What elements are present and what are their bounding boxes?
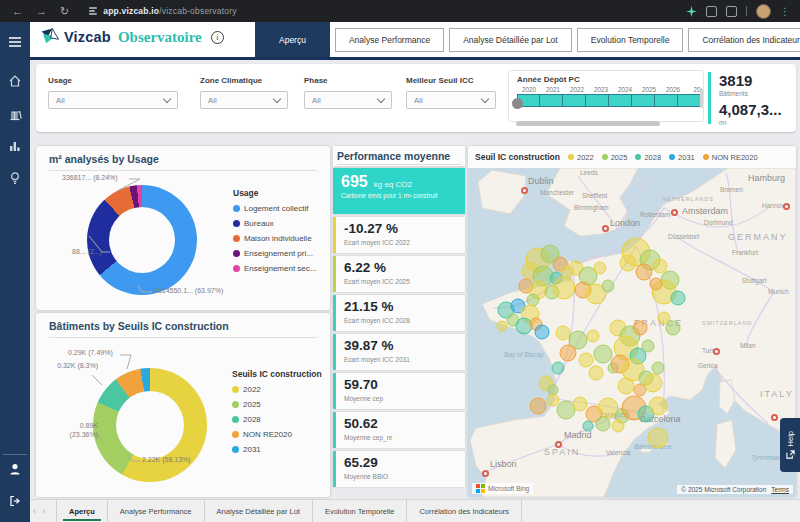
microsoft-logo-icon: [476, 484, 485, 493]
callout-label: 88... (2...): [72, 248, 102, 255]
year-label: 2025: [637, 86, 661, 93]
kpi-label: Ecart moyen ICC 2028: [344, 317, 465, 324]
kpi-card: 695kg eq CO2Carbone émis pour 1 m² const…: [333, 168, 465, 214]
bottom-tab-evolution-temporelle[interactable]: Evolution Temporelle: [313, 500, 408, 522]
kpi-value: 6.22 %: [344, 260, 465, 275]
kpi-label: Moyenne BBIO: [344, 473, 465, 480]
buildings-count: 3819: [719, 72, 797, 89]
map-legend-title: Seuil IC construction: [475, 152, 560, 162]
year-cell[interactable]: [586, 94, 609, 107]
filter-meilleur-seuil-icc: Meilleur Seuil ICCAll: [406, 76, 496, 109]
map-legend-item: 2025: [602, 153, 628, 162]
filter-select[interactable]: All: [200, 91, 288, 109]
product-name: Observatoire: [118, 29, 202, 46]
year-slider-handle[interactable]: [512, 98, 523, 109]
profile-avatar[interactable]: [756, 4, 771, 19]
menu-icon[interactable]: [0, 36, 30, 48]
ideas-icon[interactable]: [0, 171, 30, 185]
map-card[interactable]: Seuil IC construction 2022202520282031NO…: [468, 146, 796, 497]
forward-icon[interactable]: →: [36, 0, 47, 22]
kpi-title: Performance moyenne: [333, 146, 465, 166]
brand-name: Vizcab: [64, 29, 111, 45]
tab-evolution-temporelle[interactable]: Evolution Temporelle: [577, 28, 684, 52]
year-bar[interactable]: [517, 94, 701, 109]
microsoft-bing-logo: Microsoft Bing: [472, 483, 533, 494]
bottom-tab-analyse-performance[interactable]: Analyse Performance: [108, 500, 205, 522]
back-icon[interactable]: ←: [12, 0, 23, 22]
help-tab[interactable]: Help: [780, 418, 800, 472]
reload-icon[interactable]: ↻: [60, 0, 69, 22]
map-legend-item: 2022: [568, 153, 594, 162]
legend-dot: [232, 416, 239, 423]
kpi-card: 50.62Moyenne cep_nr: [333, 412, 465, 448]
chart-seuils-card[interactable]: Bâtiments by Seuils IC construction Seui…: [36, 313, 330, 497]
tab-aper-u[interactable]: Aperçu: [255, 22, 330, 57]
filter-select[interactable]: All: [48, 91, 178, 109]
divider: [746, 6, 747, 16]
year-cell[interactable]: [563, 94, 586, 107]
year-cell[interactable]: [609, 94, 632, 107]
callout-label: 336817... (8.24%): [62, 174, 118, 181]
chevron-down-icon: [273, 94, 281, 102]
filter-select[interactable]: All: [304, 91, 392, 109]
year-slider-title: Année Dépôt PC: [517, 75, 703, 84]
year-cell[interactable]: [632, 94, 655, 107]
downloads-icon[interactable]: [706, 6, 717, 17]
app-content: Vizcab Observatoire i AperçuAnalyse Perf…: [30, 22, 800, 522]
tab-corr-lation-des-indicateurs[interactable]: Corrélation des Indicateurs: [688, 28, 800, 52]
chart-usage-card[interactable]: m² analysés by Usage UsageLogement colle…: [36, 146, 330, 310]
user-icon[interactable]: [0, 462, 30, 476]
filter-zone-climatique: Zone ClimatiqueAll: [200, 76, 288, 109]
tab-next-icon[interactable]: ›: [42, 506, 45, 516]
address-bar[interactable]: app.vizcab.io/vizcab-observatory: [89, 6, 236, 16]
filter-select[interactable]: All: [406, 91, 496, 109]
filter-label: Zone Climatique: [200, 76, 288, 85]
callout-label: 2614550.1... (63.97%): [154, 287, 223, 294]
kpi-value: 695kg eq CO2: [341, 173, 465, 191]
tab-prev-icon[interactable]: ‹: [33, 506, 36, 516]
year-cell[interactable]: [655, 94, 678, 107]
bottom-tab-corr-lation-des-indicateurs[interactable]: Corrélation des Indicateurs: [407, 500, 522, 522]
legend-dot: [635, 154, 641, 160]
tab-analyse-d-taill-e-par-lot[interactable]: Analyse Détaillée par Lot: [449, 28, 572, 52]
vertical-scrollbar[interactable]: [700, 88, 703, 108]
stats-panel: 3819 Bâtiments 4,087,3... m²: [708, 72, 797, 124]
app-sidebar: [0, 22, 30, 522]
horizontal-scrollbar[interactable]: [516, 121, 660, 126]
site-info-icon[interactable]: [89, 7, 97, 15]
callout-label: 0.89K (23.36%): [52, 421, 98, 439]
legend-dot: [669, 154, 675, 160]
legend-dot: [232, 386, 239, 393]
bottom-tab-aper-u[interactable]: Aperçu: [56, 500, 108, 522]
year-cell[interactable]: [678, 94, 701, 107]
bookmark-star-icon[interactable]: [686, 6, 697, 17]
kpi-label: Ecart moyen ICC 2025: [344, 278, 465, 285]
library-icon[interactable]: [0, 107, 30, 121]
callout-label: 0.32K (8.3%): [56, 361, 98, 370]
legend-item: Logement collectif: [233, 204, 316, 213]
info-icon[interactable]: i: [211, 31, 224, 44]
kebab-menu-icon[interactable]: ⋮: [780, 6, 790, 17]
kpi-label: Moyenne cep_nr: [344, 434, 465, 441]
url-host: app.vizcab.io: [103, 6, 159, 16]
map-area[interactable]: DublinManchesterLeedsSheffieldBirmingham…: [468, 168, 796, 497]
terms-link[interactable]: Terms: [771, 486, 789, 493]
kpi-card: 39.87 %Ecart moyen ICC 2031: [333, 334, 465, 370]
year-label: 2022: [565, 86, 589, 93]
legend-title: Seuils IC construction: [232, 369, 322, 379]
year-label: 2021: [541, 86, 565, 93]
legend-dot: [233, 235, 240, 242]
map-markers: [468, 168, 796, 497]
map-legend-item: NON RE2020: [703, 153, 758, 162]
legend-title: Usage: [233, 188, 316, 198]
logout-icon[interactable]: [0, 494, 30, 508]
map-pin-icon: [771, 414, 778, 421]
extensions-icon[interactable]: [726, 6, 737, 17]
kpi-title-underline: [337, 164, 461, 165]
bottom-tab-analyse-d-taill-e-par-lot[interactable]: Analyse Détaillée par Lot: [205, 500, 313, 522]
tab-analyse-performance[interactable]: Analyse Performance: [335, 28, 444, 52]
year-cell[interactable]: [540, 94, 563, 107]
map-legend-items: 2022202520282031NON RE2020: [568, 153, 758, 162]
activity-icon[interactable]: [0, 139, 30, 153]
home-icon[interactable]: [0, 74, 30, 88]
